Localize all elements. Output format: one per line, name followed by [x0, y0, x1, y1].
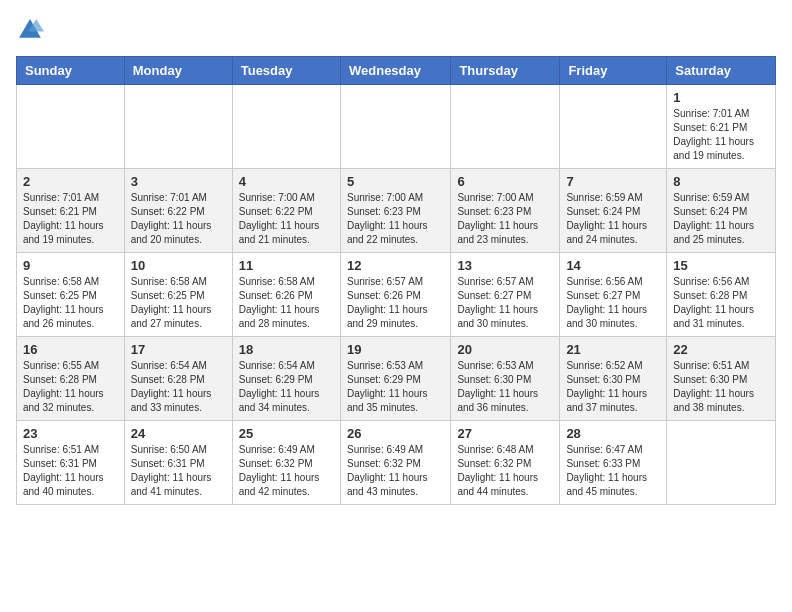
day-number: 19 [347, 342, 444, 357]
day-info: Sunrise: 6:53 AM Sunset: 6:29 PM Dayligh… [347, 359, 444, 415]
calendar-day-cell: 26Sunrise: 6:49 AM Sunset: 6:32 PM Dayli… [340, 421, 450, 505]
day-info: Sunrise: 6:55 AM Sunset: 6:28 PM Dayligh… [23, 359, 118, 415]
calendar-day-cell: 28Sunrise: 6:47 AM Sunset: 6:33 PM Dayli… [560, 421, 667, 505]
calendar-day-cell: 8Sunrise: 6:59 AM Sunset: 6:24 PM Daylig… [667, 169, 776, 253]
day-info: Sunrise: 7:00 AM Sunset: 6:23 PM Dayligh… [457, 191, 553, 247]
day-number: 28 [566, 426, 660, 441]
page-header [16, 16, 776, 44]
day-info: Sunrise: 6:51 AM Sunset: 6:30 PM Dayligh… [673, 359, 769, 415]
weekday-header-sunday: Sunday [17, 57, 125, 85]
calendar-day-cell: 4Sunrise: 7:00 AM Sunset: 6:22 PM Daylig… [232, 169, 340, 253]
day-info: Sunrise: 6:54 AM Sunset: 6:29 PM Dayligh… [239, 359, 334, 415]
weekday-header-wednesday: Wednesday [340, 57, 450, 85]
day-number: 21 [566, 342, 660, 357]
day-number: 20 [457, 342, 553, 357]
calendar-day-cell: 2Sunrise: 7:01 AM Sunset: 6:21 PM Daylig… [17, 169, 125, 253]
calendar-day-cell: 23Sunrise: 6:51 AM Sunset: 6:31 PM Dayli… [17, 421, 125, 505]
day-info: Sunrise: 7:01 AM Sunset: 6:21 PM Dayligh… [23, 191, 118, 247]
day-number: 4 [239, 174, 334, 189]
empty-cell [560, 85, 667, 169]
day-info: Sunrise: 6:51 AM Sunset: 6:31 PM Dayligh… [23, 443, 118, 499]
calendar-week-row: 2Sunrise: 7:01 AM Sunset: 6:21 PM Daylig… [17, 169, 776, 253]
day-info: Sunrise: 6:57 AM Sunset: 6:26 PM Dayligh… [347, 275, 444, 331]
calendar-day-cell: 3Sunrise: 7:01 AM Sunset: 6:22 PM Daylig… [124, 169, 232, 253]
weekday-header-monday: Monday [124, 57, 232, 85]
day-info: Sunrise: 6:52 AM Sunset: 6:30 PM Dayligh… [566, 359, 660, 415]
day-number: 12 [347, 258, 444, 273]
day-number: 23 [23, 426, 118, 441]
calendar-day-cell: 25Sunrise: 6:49 AM Sunset: 6:32 PM Dayli… [232, 421, 340, 505]
logo-icon [16, 16, 44, 44]
calendar-day-cell: 6Sunrise: 7:00 AM Sunset: 6:23 PM Daylig… [451, 169, 560, 253]
weekday-header-tuesday: Tuesday [232, 57, 340, 85]
day-info: Sunrise: 6:59 AM Sunset: 6:24 PM Dayligh… [673, 191, 769, 247]
day-info: Sunrise: 6:57 AM Sunset: 6:27 PM Dayligh… [457, 275, 553, 331]
empty-cell [232, 85, 340, 169]
day-info: Sunrise: 7:01 AM Sunset: 6:21 PM Dayligh… [673, 107, 769, 163]
day-info: Sunrise: 6:49 AM Sunset: 6:32 PM Dayligh… [239, 443, 334, 499]
day-number: 14 [566, 258, 660, 273]
day-info: Sunrise: 7:01 AM Sunset: 6:22 PM Dayligh… [131, 191, 226, 247]
day-number: 25 [239, 426, 334, 441]
logo [16, 16, 48, 44]
weekday-header-row: SundayMondayTuesdayWednesdayThursdayFrid… [17, 57, 776, 85]
day-number: 15 [673, 258, 769, 273]
calendar-day-cell: 15Sunrise: 6:56 AM Sunset: 6:28 PM Dayli… [667, 253, 776, 337]
empty-cell [451, 85, 560, 169]
day-number: 9 [23, 258, 118, 273]
calendar-week-row: 23Sunrise: 6:51 AM Sunset: 6:31 PM Dayli… [17, 421, 776, 505]
day-info: Sunrise: 7:00 AM Sunset: 6:22 PM Dayligh… [239, 191, 334, 247]
day-number: 16 [23, 342, 118, 357]
day-info: Sunrise: 6:47 AM Sunset: 6:33 PM Dayligh… [566, 443, 660, 499]
day-info: Sunrise: 6:58 AM Sunset: 6:26 PM Dayligh… [239, 275, 334, 331]
calendar-day-cell: 1Sunrise: 7:01 AM Sunset: 6:21 PM Daylig… [667, 85, 776, 169]
calendar-day-cell: 24Sunrise: 6:50 AM Sunset: 6:31 PM Dayli… [124, 421, 232, 505]
day-info: Sunrise: 6:48 AM Sunset: 6:32 PM Dayligh… [457, 443, 553, 499]
calendar-day-cell: 14Sunrise: 6:56 AM Sunset: 6:27 PM Dayli… [560, 253, 667, 337]
empty-cell [124, 85, 232, 169]
day-info: Sunrise: 6:58 AM Sunset: 6:25 PM Dayligh… [131, 275, 226, 331]
calendar-day-cell: 27Sunrise: 6:48 AM Sunset: 6:32 PM Dayli… [451, 421, 560, 505]
calendar-day-cell: 21Sunrise: 6:52 AM Sunset: 6:30 PM Dayli… [560, 337, 667, 421]
calendar-day-cell: 7Sunrise: 6:59 AM Sunset: 6:24 PM Daylig… [560, 169, 667, 253]
day-info: Sunrise: 6:54 AM Sunset: 6:28 PM Dayligh… [131, 359, 226, 415]
day-info: Sunrise: 6:56 AM Sunset: 6:27 PM Dayligh… [566, 275, 660, 331]
calendar-day-cell: 5Sunrise: 7:00 AM Sunset: 6:23 PM Daylig… [340, 169, 450, 253]
day-number: 6 [457, 174, 553, 189]
calendar-day-cell: 19Sunrise: 6:53 AM Sunset: 6:29 PM Dayli… [340, 337, 450, 421]
day-number: 1 [673, 90, 769, 105]
calendar-week-row: 16Sunrise: 6:55 AM Sunset: 6:28 PM Dayli… [17, 337, 776, 421]
empty-cell [340, 85, 450, 169]
day-number: 8 [673, 174, 769, 189]
empty-cell [667, 421, 776, 505]
day-info: Sunrise: 6:59 AM Sunset: 6:24 PM Dayligh… [566, 191, 660, 247]
day-number: 27 [457, 426, 553, 441]
weekday-header-friday: Friday [560, 57, 667, 85]
calendar-day-cell: 22Sunrise: 6:51 AM Sunset: 6:30 PM Dayli… [667, 337, 776, 421]
calendar-day-cell: 10Sunrise: 6:58 AM Sunset: 6:25 PM Dayli… [124, 253, 232, 337]
day-number: 3 [131, 174, 226, 189]
empty-cell [17, 85, 125, 169]
day-info: Sunrise: 6:53 AM Sunset: 6:30 PM Dayligh… [457, 359, 553, 415]
day-number: 2 [23, 174, 118, 189]
calendar-week-row: 1Sunrise: 7:01 AM Sunset: 6:21 PM Daylig… [17, 85, 776, 169]
day-number: 7 [566, 174, 660, 189]
day-number: 13 [457, 258, 553, 273]
day-number: 11 [239, 258, 334, 273]
day-number: 5 [347, 174, 444, 189]
calendar-day-cell: 12Sunrise: 6:57 AM Sunset: 6:26 PM Dayli… [340, 253, 450, 337]
day-number: 17 [131, 342, 226, 357]
calendar-day-cell: 17Sunrise: 6:54 AM Sunset: 6:28 PM Dayli… [124, 337, 232, 421]
day-number: 18 [239, 342, 334, 357]
calendar-day-cell: 11Sunrise: 6:58 AM Sunset: 6:26 PM Dayli… [232, 253, 340, 337]
day-number: 24 [131, 426, 226, 441]
calendar-day-cell: 16Sunrise: 6:55 AM Sunset: 6:28 PM Dayli… [17, 337, 125, 421]
day-number: 22 [673, 342, 769, 357]
weekday-header-saturday: Saturday [667, 57, 776, 85]
calendar-day-cell: 9Sunrise: 6:58 AM Sunset: 6:25 PM Daylig… [17, 253, 125, 337]
day-info: Sunrise: 7:00 AM Sunset: 6:23 PM Dayligh… [347, 191, 444, 247]
day-info: Sunrise: 6:56 AM Sunset: 6:28 PM Dayligh… [673, 275, 769, 331]
calendar-day-cell: 13Sunrise: 6:57 AM Sunset: 6:27 PM Dayli… [451, 253, 560, 337]
calendar-day-cell: 20Sunrise: 6:53 AM Sunset: 6:30 PM Dayli… [451, 337, 560, 421]
calendar-week-row: 9Sunrise: 6:58 AM Sunset: 6:25 PM Daylig… [17, 253, 776, 337]
